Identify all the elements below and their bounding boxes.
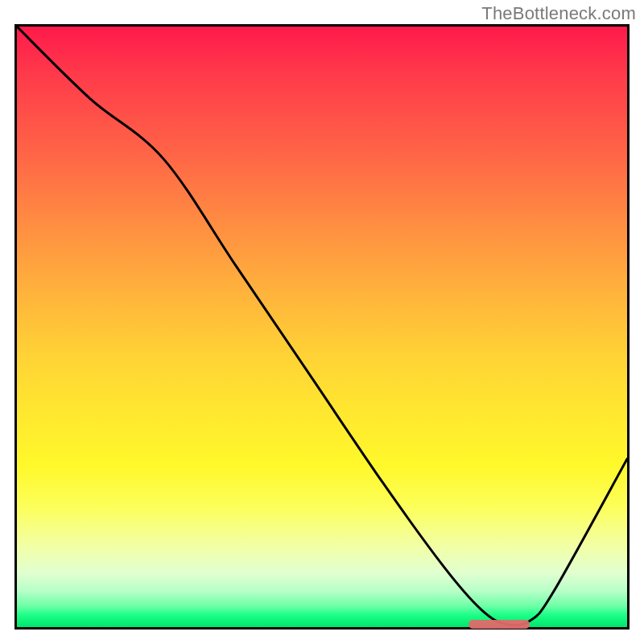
bottleneck-curve	[17, 27, 627, 627]
plot-frame	[14, 24, 630, 630]
chart-canvas: TheBottleneck.com	[0, 0, 644, 644]
optimum-range-marker	[469, 620, 530, 629]
watermark-text: TheBottleneck.com	[481, 3, 636, 24]
